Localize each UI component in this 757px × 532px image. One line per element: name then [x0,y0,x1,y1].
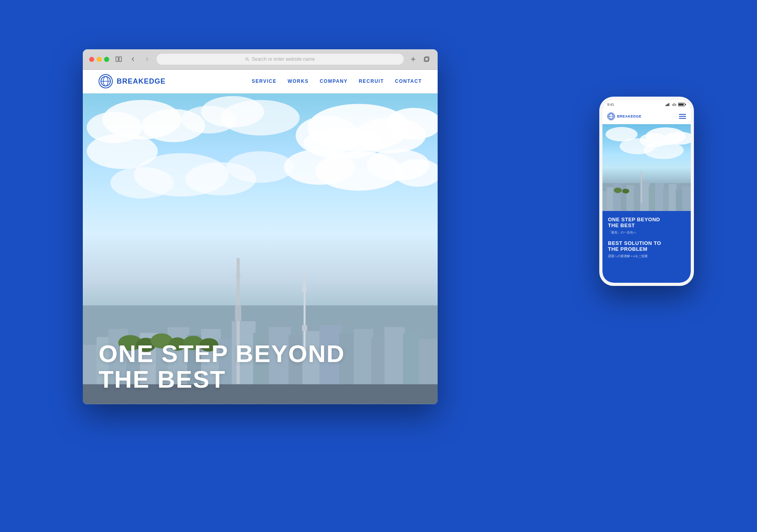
minimize-button[interactable] [97,57,102,62]
address-bar[interactable]: Search or enter website name [157,54,404,65]
svg-rect-84 [607,187,614,211]
traffic-lights [89,57,109,62]
svg-point-81 [643,141,684,159]
svg-rect-67 [668,104,668,106]
address-bar-text: Search or enter website name [252,56,315,62]
phone-heading2: BEST SOLUTION TO THE PROBLEM [608,240,685,252]
phone-hero-bg [602,124,691,211]
svg-rect-95 [682,186,691,211]
svg-rect-85 [613,183,622,211]
phone-logo-text: BREAKEDGE [617,114,641,118]
nav-company[interactable]: COMPANY [320,78,348,84]
svg-rect-90 [649,186,656,211]
browser-chrome: Search or enter website name [83,49,438,70]
svg-point-98 [614,187,622,193]
svg-rect-94 [676,189,683,211]
svg-point-24 [181,106,237,133]
site-nav: SERVICE WORKS COMPANY RECRUIT CONTACT [252,78,422,84]
svg-marker-54 [236,258,241,278]
sidebar-icon[interactable] [114,54,123,64]
svg-marker-97 [640,171,642,179]
svg-rect-68 [669,103,669,106]
tabs-icon[interactable] [422,54,431,64]
site-header: BREAKEDGE SERVICE WORKS COMPANY RECRUIT … [83,70,438,93]
phone-nav: BREAKEDGE [602,109,691,124]
svg-point-69 [674,106,675,106]
phone-content-panel: ONE STEP BEYOND THE BEST 「最高」の一歩先へ BEST … [602,211,691,283]
svg-rect-1 [119,57,121,62]
svg-point-26 [110,167,173,198]
logo-icon [99,74,113,88]
svg-rect-66 [667,104,668,106]
phone-logo-icon [607,112,615,120]
svg-rect-91 [655,183,664,211]
back-icon[interactable] [128,54,138,64]
hero-headline: ONE STEP BEYOND THE BEST [99,341,345,392]
forward-icon[interactable] [142,54,152,64]
phone-sub1: 「最高」の一歩先へ [608,230,685,235]
new-tab-icon[interactable] [408,54,418,64]
hero-line1: ONE STEP BEYOND [99,341,345,366]
phone-hero [602,124,691,211]
svg-rect-0 [116,57,118,62]
svg-rect-72 [685,104,686,105]
browser-action-icons [408,54,431,64]
nav-contact[interactable]: CONTACT [395,78,422,84]
svg-rect-93 [669,184,677,211]
svg-point-99 [622,189,629,193]
svg-rect-71 [679,103,684,105]
hero-section: ONE STEP BEYOND THE BEST [83,93,438,404]
phone-heading1: ONE STEP BEYOND THE BEST [608,217,685,229]
phone-sub2: 課題への最適解＋αをご提案 [608,254,685,258]
phone-status-bar: 9:41 [602,100,691,109]
phone-logo: BREAKEDGE [607,112,641,120]
svg-rect-92 [663,188,669,211]
phone-menu-icon[interactable] [679,114,686,119]
browser-content: BREAKEDGE SERVICE WORKS COMPANY RECRUIT … [83,70,438,404]
site-logo: BREAKEDGE [99,74,166,88]
scene: Search or enter website name [63,49,694,483]
hero-line2: THE BEST [99,366,345,392]
svg-rect-63 [302,325,307,331]
desktop-browser: Search or enter website name [83,49,438,404]
phone-screen: 9:41 [602,100,691,283]
svg-rect-65 [666,105,666,106]
nav-recruit[interactable]: RECRUIT [359,78,384,84]
logo-text: BREAKEDGE [117,77,166,86]
phone-time: 9:41 [607,103,614,106]
nav-works[interactable]: WORKS [287,78,309,84]
svg-line-3 [248,60,249,61]
svg-point-28 [227,151,294,183]
svg-rect-87 [626,185,634,211]
svg-rect-88 [634,187,641,211]
nav-service[interactable]: SERVICE [252,78,276,84]
svg-marker-64 [302,274,307,292]
phone-status-icons [666,103,686,106]
svg-rect-53 [235,306,241,321]
close-button[interactable] [89,57,94,62]
fullscreen-button[interactable] [104,57,109,62]
mobile-phone: 9:41 [599,97,694,286]
